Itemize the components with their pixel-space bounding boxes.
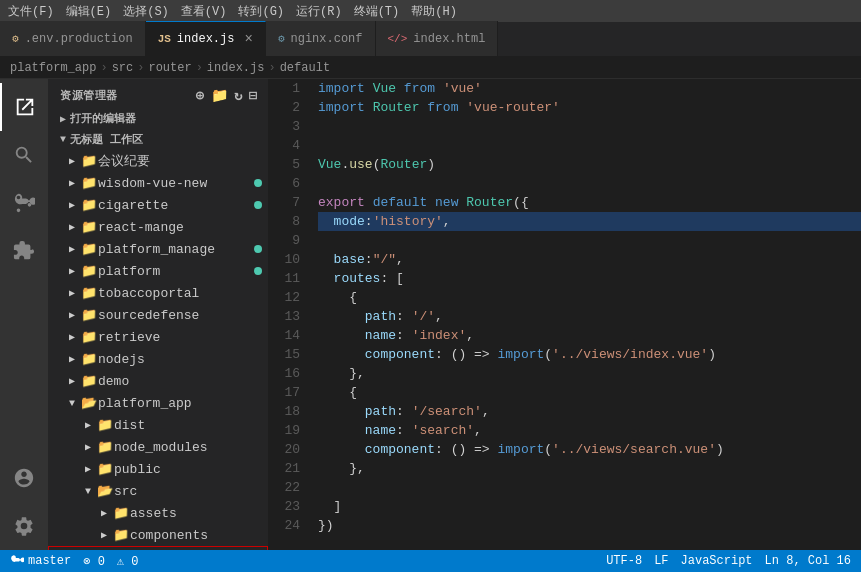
chevron-demo: ▶ bbox=[64, 375, 80, 387]
tree-item-demo[interactable]: ▶ 📁 demo bbox=[48, 370, 268, 392]
label-assets: assets bbox=[130, 506, 268, 521]
activity-explorer[interactable] bbox=[0, 83, 48, 131]
breadcrumb-src[interactable]: src bbox=[112, 61, 134, 75]
tree-item-assets[interactable]: ▶ 📁 assets bbox=[48, 502, 268, 524]
tree-item-platform-manage[interactable]: ▶ 📁 platform_manage bbox=[48, 238, 268, 260]
code-content[interactable]: import Vue from 'vue' import Router from… bbox=[308, 79, 861, 550]
tree-item-sourcedefense[interactable]: ▶ 📁 sourcedefense bbox=[48, 304, 268, 326]
chevron-platform: ▶ bbox=[64, 265, 80, 277]
tree-item-src[interactable]: ▼ 📂 src bbox=[48, 480, 268, 502]
tree-item-platform-app[interactable]: ▼ 📂 platform_app bbox=[48, 392, 268, 414]
folder-icon-demo: 📁 bbox=[80, 373, 98, 389]
tab-env-prod-label: .env.production bbox=[25, 32, 133, 46]
chevron-wisdom-vue-new: ▶ bbox=[64, 177, 80, 189]
activity-account[interactable] bbox=[0, 454, 48, 502]
chevron-sourcedefense: ▶ bbox=[64, 309, 80, 321]
tree-item-meeting-notes[interactable]: ▶ 📁 会议纪要 bbox=[48, 150, 268, 172]
dot-cigarette bbox=[254, 201, 262, 209]
tree-item-retrieve[interactable]: ▶ 📁 retrieve bbox=[48, 326, 268, 348]
folder-icon-platform-manage: 📁 bbox=[80, 241, 98, 257]
folder-icon-platform: 📁 bbox=[80, 263, 98, 279]
tree-item-router[interactable]: ▼ 📂 router bbox=[48, 546, 268, 550]
menu-bar[interactable]: 文件(F) 编辑(E) 选择(S) 查看(V) 转到(G) 运行(R) 终端(T… bbox=[0, 0, 861, 22]
sidebar-title: 资源管理器 bbox=[60, 88, 118, 103]
tree-item-wisdom-vue-new[interactable]: ▶ 📁 wisdom-vue-new bbox=[48, 172, 268, 194]
tree-item-cigarette[interactable]: ▶ 📁 cigarette bbox=[48, 194, 268, 216]
activity-settings[interactable] bbox=[0, 502, 48, 550]
html-tab-icon: </> bbox=[388, 33, 408, 45]
menu-file[interactable]: 文件(F) bbox=[8, 3, 54, 20]
activity-search[interactable] bbox=[0, 131, 48, 179]
tab-nginx-conf[interactable]: ⚙ nginx.conf bbox=[266, 21, 376, 56]
workspace-section[interactable]: ▼ 无标题 工作区 bbox=[48, 129, 268, 150]
new-folder-icon[interactable]: 📁 bbox=[211, 87, 229, 104]
open-editors-section[interactable]: ▶ 打开的编辑器 bbox=[48, 108, 268, 129]
label-retrieve: retrieve bbox=[98, 330, 268, 345]
breadcrumb-platform-app[interactable]: platform_app bbox=[10, 61, 96, 75]
workspace-chevron: ▼ bbox=[60, 134, 66, 145]
tree-item-react-mange[interactable]: ▶ 📁 react-mange bbox=[48, 216, 268, 238]
line-numbers: 1234 5678 9101112 13141516 17181920 2122… bbox=[268, 79, 308, 550]
tab-index-html[interactable]: </> index.html bbox=[376, 21, 499, 56]
dot-platform-manage bbox=[254, 245, 262, 253]
chevron-src: ▼ bbox=[80, 486, 96, 497]
status-position[interactable]: Ln 8, Col 16 bbox=[765, 554, 851, 568]
env-tab-icon: ⚙ bbox=[12, 32, 19, 45]
label-wisdom-vue-new: wisdom-vue-new bbox=[98, 176, 254, 191]
tree-item-components[interactable]: ▶ 📁 components bbox=[48, 524, 268, 546]
label-public: public bbox=[114, 462, 268, 477]
tree-item-nodejs[interactable]: ▶ 📁 nodejs bbox=[48, 348, 268, 370]
tree-item-public[interactable]: ▶ 📁 public bbox=[48, 458, 268, 480]
label-platform: platform bbox=[98, 264, 254, 279]
folder-icon-dist: 📁 bbox=[96, 417, 114, 433]
menu-run[interactable]: 运行(R) bbox=[296, 3, 342, 20]
status-encoding[interactable]: UTF-8 bbox=[606, 554, 642, 568]
label-cigarette: cigarette bbox=[98, 198, 254, 213]
menu-view[interactable]: 查看(V) bbox=[181, 3, 227, 20]
label-meeting-notes: 会议纪要 bbox=[98, 152, 268, 170]
sidebar-header: 资源管理器 ⊕ 📁 ↻ ⊟ bbox=[48, 79, 268, 108]
activity-source-control[interactable] bbox=[0, 179, 48, 227]
refresh-icon[interactable]: ↻ bbox=[234, 87, 243, 104]
collapse-icon[interactable]: ⊟ bbox=[249, 87, 258, 104]
menu-goto[interactable]: 转到(G) bbox=[238, 3, 284, 20]
chevron-assets: ▶ bbox=[96, 507, 112, 519]
status-branch[interactable]: master bbox=[10, 554, 71, 568]
label-react-mange: react-mange bbox=[98, 220, 268, 235]
menu-edit[interactable]: 编辑(E) bbox=[66, 3, 112, 20]
tab-index-js-close[interactable]: × bbox=[244, 32, 252, 46]
status-language[interactable]: JavaScript bbox=[681, 554, 753, 568]
new-file-icon[interactable]: ⊕ bbox=[196, 87, 205, 104]
breadcrumb-index-js[interactable]: index.js bbox=[207, 61, 265, 75]
menu-help[interactable]: 帮助(H) bbox=[411, 3, 457, 20]
menu-select[interactable]: 选择(S) bbox=[123, 3, 169, 20]
tree-item-node-modules[interactable]: ▶ 📁 node_modules bbox=[48, 436, 268, 458]
label-platform-app: platform_app bbox=[98, 396, 268, 411]
tab-index-js[interactable]: JS index.js × bbox=[146, 21, 266, 56]
tree-item-platform[interactable]: ▶ 📁 platform bbox=[48, 260, 268, 282]
folder-icon-wisdom-vue-new: 📁 bbox=[80, 175, 98, 191]
dot-wisdom-vue-new bbox=[254, 179, 262, 187]
label-nodejs: nodejs bbox=[98, 352, 268, 367]
chevron-node-modules: ▶ bbox=[80, 441, 96, 453]
status-errors[interactable]: ⊗ 0 bbox=[83, 554, 105, 569]
tree-item-tobaccoportal[interactable]: ▶ 📁 tobaccoportal bbox=[48, 282, 268, 304]
folder-icon-tobaccoportal: 📁 bbox=[80, 285, 98, 301]
menu-terminal[interactable]: 终端(T) bbox=[354, 3, 400, 20]
tab-bar: ⚙ .env.production JS index.js × ⚙ nginx.… bbox=[0, 22, 861, 57]
folder-icon-public: 📁 bbox=[96, 461, 114, 477]
folder-icon-retrieve: 📁 bbox=[80, 329, 98, 345]
code-area[interactable]: 1234 5678 9101112 13141516 17181920 2122… bbox=[268, 79, 861, 550]
activity-extensions[interactable] bbox=[0, 227, 48, 275]
breadcrumb-default[interactable]: default bbox=[280, 61, 330, 75]
activity-bar bbox=[0, 79, 48, 550]
tab-env-prod[interactable]: ⚙ .env.production bbox=[0, 21, 146, 56]
chevron-dist: ▶ bbox=[80, 419, 96, 431]
breadcrumb-router[interactable]: router bbox=[148, 61, 191, 75]
label-sourcedefense: sourcedefense bbox=[98, 308, 268, 323]
chevron-tobaccoportal: ▶ bbox=[64, 287, 80, 299]
status-warnings[interactable]: ⚠ 0 bbox=[117, 554, 139, 569]
tree-item-dist[interactable]: ▶ 📁 dist bbox=[48, 414, 268, 436]
chevron-cigarette: ▶ bbox=[64, 199, 80, 211]
status-lineending[interactable]: LF bbox=[654, 554, 668, 568]
